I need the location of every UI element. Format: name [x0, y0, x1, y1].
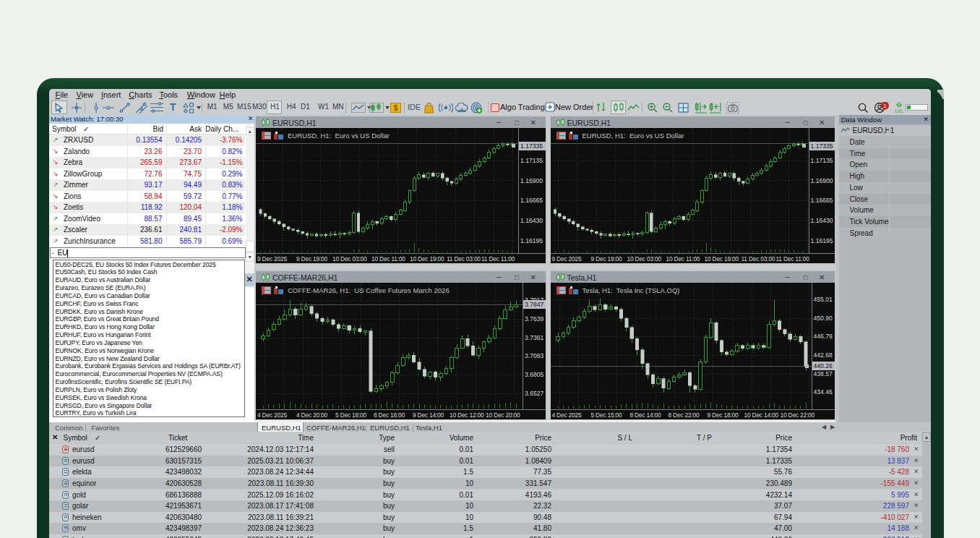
svg-text:LVL: LVL [895, 108, 903, 114]
svg-text:1: 1 [883, 103, 887, 109]
